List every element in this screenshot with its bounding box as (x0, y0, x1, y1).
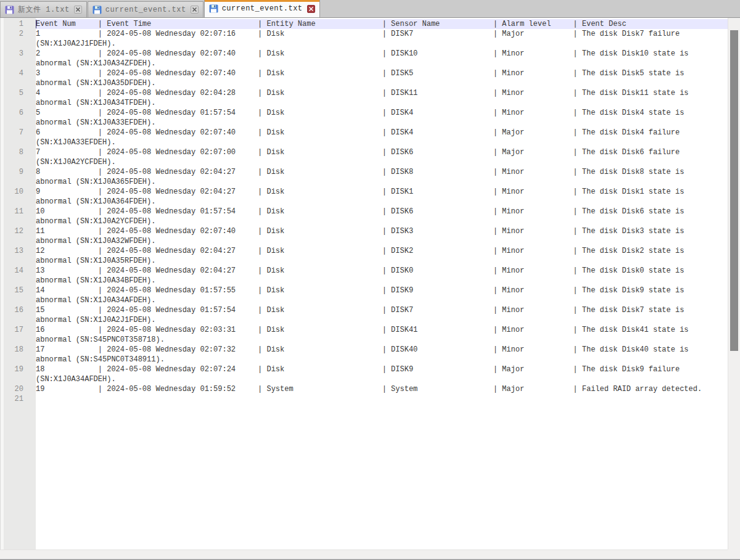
line-number: 6 (0, 108, 36, 118)
line-number: 7 (0, 128, 36, 138)
tab-label: 新文件 1.txt (18, 4, 70, 15)
close-icon[interactable] (191, 6, 199, 14)
editor-line: 8 | 2024-05-08 Wednesday 02:04:27 | Disk… (36, 167, 728, 177)
tab-current-event-2-active[interactable]: current_event.txt (204, 0, 320, 17)
line-number: 5 (0, 88, 36, 98)
line-number (0, 138, 36, 147)
editor-line: 5 | 2024-05-08 Wednesday 01:57:54 | Disk… (36, 108, 728, 118)
save-icon (92, 6, 102, 14)
editor-line: abnormal (SN:X1J0A364FDEH). (36, 197, 728, 207)
line-number (0, 295, 36, 305)
editor-line: 10 | 2024-05-08 Wednesday 01:57:54 | Dis… (36, 207, 728, 216)
editor-line: (SN:X1J0A2J1FDEH). (36, 39, 728, 49)
close-icon[interactable] (307, 5, 315, 13)
line-number (0, 39, 36, 49)
vertical-scrollbar[interactable] (728, 18, 740, 550)
editor-line: (SN:X1J0A33EFDEH). (36, 138, 728, 147)
editor-line: abnormal (SN:X1J0A34ZFDEH). (36, 59, 728, 68)
line-number (0, 98, 36, 108)
text-caret (36, 20, 36, 28)
line-number: 3 (0, 49, 36, 59)
line-number (0, 118, 36, 128)
line-number: 15 (0, 286, 36, 295)
vertical-scrollbar-thumb[interactable] (730, 30, 738, 351)
editor-line: 7 | 2024-05-08 Wednesday 02:07:00 | Disk… (36, 147, 728, 157)
editor-line: abnormal (SN:X1J0A34AFDEH). (36, 295, 728, 305)
editor-line: 18 | 2024-05-08 Wednesday 02:07:24 | Dis… (36, 364, 728, 374)
line-number: 17 (0, 325, 36, 335)
line-number: 12 (0, 226, 36, 236)
save-icon (209, 4, 218, 13)
line-number: 2 (0, 29, 36, 39)
tab-bar: 新文件 1.txt current_event.txt (0, 0, 740, 18)
line-number (0, 355, 36, 364)
line-number (0, 315, 36, 325)
text-content[interactable]: Event Num | Event Time | Entity Name | S… (36, 18, 728, 550)
editor-line: abnormal (SN:X1J0A35RFDEH). (36, 256, 728, 266)
line-number: 14 (0, 266, 36, 276)
editor-line: 2 | 2024-05-08 Wednesday 02:07:40 | Disk… (36, 49, 728, 59)
scrollbar-corner (728, 550, 740, 559)
line-number (0, 236, 36, 246)
editor-line (36, 394, 728, 404)
line-number (0, 374, 36, 384)
line-number (0, 157, 36, 167)
editor-line: 14 | 2024-05-08 Wednesday 01:57:55 | Dis… (36, 286, 728, 295)
line-number (0, 197, 36, 207)
line-number (0, 276, 36, 286)
line-number: 20 (0, 384, 36, 394)
line-number: 9 (0, 167, 36, 177)
editor-line: 12 | 2024-05-08 Wednesday 02:04:27 | Dis… (36, 246, 728, 256)
line-number: 13 (0, 246, 36, 256)
editor-line: abnormal (SN:X1J0A2J1FDEH). (36, 315, 728, 325)
line-number (0, 177, 36, 187)
tab-new-file-1[interactable]: 新文件 1.txt (0, 1, 87, 17)
line-number: 21 (0, 394, 36, 404)
line-number: 8 (0, 147, 36, 157)
text-editor-window: 新文件 1.txt current_event.txt (0, 0, 740, 560)
editor-line: abnormal (SN:X1J0A365FDEH). (36, 177, 728, 187)
editor-line: 6 | 2024-05-08 Wednesday 02:07:40 | Disk… (36, 128, 728, 138)
editor-line: 15 | 2024-05-08 Wednesday 01:57:54 | Dis… (36, 305, 728, 315)
editor-line: 19 | 2024-05-08 Wednesday 01:59:52 | Sys… (36, 384, 728, 394)
editor-line: (SN:X1J0A34AFDEH). (36, 374, 728, 384)
editor-line: abnormal (SN:X1J0A35DFDEH). (36, 78, 728, 88)
editor-line: abnormal (SN:S45PNC0T348911). (36, 355, 728, 364)
line-number: 10 (0, 187, 36, 197)
line-number (0, 335, 36, 345)
close-icon[interactable] (74, 6, 82, 14)
line-number (0, 59, 36, 68)
editor-line: 9 | 2024-05-08 Wednesday 02:04:27 | Disk… (36, 187, 728, 197)
tab-label: current_event.txt (105, 6, 186, 14)
editor-line: (SN:X1J0A2YCFDEH). (36, 157, 728, 167)
editor-line: 13 | 2024-05-08 Wednesday 02:04:27 | Dis… (36, 266, 728, 276)
editor-line-current: Event Num | Event Time | Entity Name | S… (36, 19, 728, 29)
line-number (0, 216, 36, 226)
editor-line: 3 | 2024-05-08 Wednesday 02:07:40 | Disk… (36, 68, 728, 78)
editor-line: 17 | 2024-05-08 Wednesday 02:07:32 | Dis… (36, 345, 728, 355)
editor-line: abnormal (SN:X1J0A32WFDEH). (36, 236, 728, 246)
line-number: 4 (0, 68, 36, 78)
save-icon (5, 6, 14, 14)
editor-line: abnormal (SN:X1J0A33EFDEH). (36, 118, 728, 128)
editor-area[interactable]: 123456789101112131415161718192021 Event … (0, 18, 740, 559)
line-number (0, 78, 36, 88)
editor-line: abnormal (SN:S45PNC0T358718). (36, 335, 728, 345)
line-number: 11 (0, 207, 36, 216)
line-number: 16 (0, 305, 36, 315)
editor-line: 1 | 2024-05-08 Wednesday 02:07:16 | Disk… (36, 29, 728, 39)
editor-line: 11 | 2024-05-08 Wednesday 02:07:40 | Dis… (36, 226, 728, 236)
tab-label: current_event.txt (222, 4, 303, 13)
editor-line: 4 | 2024-05-08 Wednesday 02:04:28 | Disk… (36, 88, 728, 98)
horizontal-scrollbar[interactable] (0, 550, 728, 559)
line-number: 1 (0, 19, 36, 29)
editor-line: abnormal (SN:X1J0A34BFDEH). (36, 276, 728, 286)
line-number (0, 256, 36, 266)
line-number-gutter: 123456789101112131415161718192021 (0, 18, 36, 550)
editor-line: 16 | 2024-05-08 Wednesday 02:03:31 | Dis… (36, 325, 728, 335)
line-number: 19 (0, 364, 36, 374)
editor-line: abnormal (SN:X1J0A2YCFDEH). (36, 216, 728, 226)
line-number: 18 (0, 345, 36, 355)
tab-current-event-1[interactable]: current_event.txt (88, 1, 204, 17)
editor-line: abnormal (SN:X1J0A34TFDEH). (36, 98, 728, 108)
